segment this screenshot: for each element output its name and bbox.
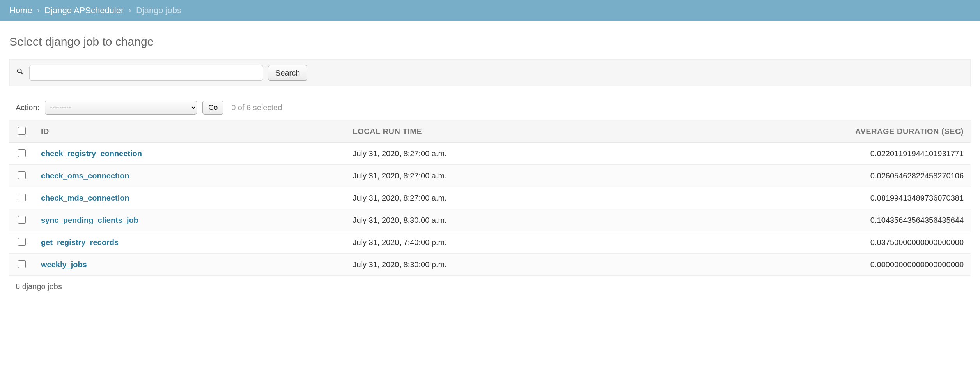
row-local-run-time: July 31, 2020, 8:27:00 a.m. [346, 143, 638, 165]
row-checkbox-cell [9, 209, 34, 231]
job-link[interactable]: check_registry_connection [41, 149, 142, 158]
select-all-checkbox[interactable] [18, 127, 26, 135]
action-label: Action: [16, 103, 39, 112]
paginator-count: 6 django jobs [16, 282, 62, 291]
breadcrumb-separator: › [37, 5, 40, 15]
go-button[interactable]: Go [202, 101, 223, 115]
row-avg-duration: 0.08199413489736070381 [639, 187, 971, 209]
breadcrumb-current: Django jobs [136, 5, 181, 15]
row-checkbox-cell [9, 187, 34, 209]
row-checkbox[interactable] [18, 260, 26, 268]
action-select[interactable]: --------- [45, 101, 197, 115]
search-button[interactable]: Search [268, 65, 307, 81]
row-checkbox[interactable] [18, 238, 26, 246]
table-row: weekly_jobsJuly 31, 2020, 8:30:00 p.m.0.… [9, 254, 971, 276]
row-checkbox[interactable] [18, 216, 26, 224]
job-link[interactable]: sync_pending_clients_job [41, 216, 138, 224]
job-link[interactable]: get_registry_records [41, 238, 119, 247]
search-icon [16, 67, 25, 78]
row-local-run-time: July 31, 2020, 7:40:00 p.m. [346, 231, 638, 254]
row-id-cell: check_mds_connection [34, 187, 346, 209]
row-avg-duration: 0.02201191944101931771 [639, 143, 971, 165]
row-checkbox[interactable] [18, 149, 26, 157]
row-checkbox-cell [9, 143, 34, 165]
row-id-cell: get_registry_records [34, 231, 346, 254]
row-checkbox-cell [9, 231, 34, 254]
breadcrumb: Home › Django APScheduler › Django jobs [0, 0, 980, 21]
row-checkbox[interactable] [18, 194, 26, 201]
search-input[interactable] [29, 65, 263, 81]
row-avg-duration: 0.03750000000000000000 [639, 231, 971, 254]
row-local-run-time: July 31, 2020, 8:30:00 p.m. [346, 254, 638, 276]
column-header-select-all [9, 120, 34, 143]
column-header-local-run-time[interactable]: LOCAL RUN TIME [346, 120, 638, 143]
row-checkbox-cell [9, 165, 34, 187]
table-row: check_registry_connectionJuly 31, 2020, … [9, 143, 971, 165]
results-table: ID LOCAL RUN TIME AVERAGE DURATION (SEC)… [9, 120, 971, 276]
row-local-run-time: July 31, 2020, 8:27:00 a.m. [346, 187, 638, 209]
selection-count: 0 of 6 selected [231, 103, 282, 112]
page-title: Select django job to change [9, 35, 971, 48]
actions-bar: Action: --------- Go 0 of 6 selected [9, 97, 971, 120]
column-header-id[interactable]: ID [34, 120, 346, 143]
breadcrumb-app[interactable]: Django APScheduler [44, 5, 124, 15]
row-id-cell: sync_pending_clients_job [34, 209, 346, 231]
table-row: check_oms_connectionJuly 31, 2020, 8:27:… [9, 165, 971, 187]
row-checkbox-cell [9, 254, 34, 276]
row-avg-duration: 0.10435643564356435644 [639, 209, 971, 231]
search-bar: Search [9, 59, 971, 86]
row-id-cell: check_oms_connection [34, 165, 346, 187]
row-avg-duration: 0.02605462822458270106 [639, 165, 971, 187]
row-avg-duration: 0.00000000000000000000 [639, 254, 971, 276]
row-id-cell: weekly_jobs [34, 254, 346, 276]
row-id-cell: check_registry_connection [34, 143, 346, 165]
table-row: get_registry_recordsJuly 31, 2020, 7:40:… [9, 231, 971, 254]
row-local-run-time: July 31, 2020, 8:27:00 a.m. [346, 165, 638, 187]
job-link[interactable]: check_oms_connection [41, 171, 129, 180]
table-row: check_mds_connectionJuly 31, 2020, 8:27:… [9, 187, 971, 209]
row-checkbox[interactable] [18, 171, 26, 179]
job-link[interactable]: check_mds_connection [41, 194, 129, 202]
breadcrumb-home[interactable]: Home [9, 5, 32, 15]
job-link[interactable]: weekly_jobs [41, 260, 87, 269]
column-header-avg-duration[interactable]: AVERAGE DURATION (SEC) [639, 120, 971, 143]
row-local-run-time: July 31, 2020, 8:30:00 a.m. [346, 209, 638, 231]
table-row: sync_pending_clients_jobJuly 31, 2020, 8… [9, 209, 971, 231]
paginator: 6 django jobs [9, 276, 971, 294]
breadcrumb-separator: › [128, 5, 131, 15]
